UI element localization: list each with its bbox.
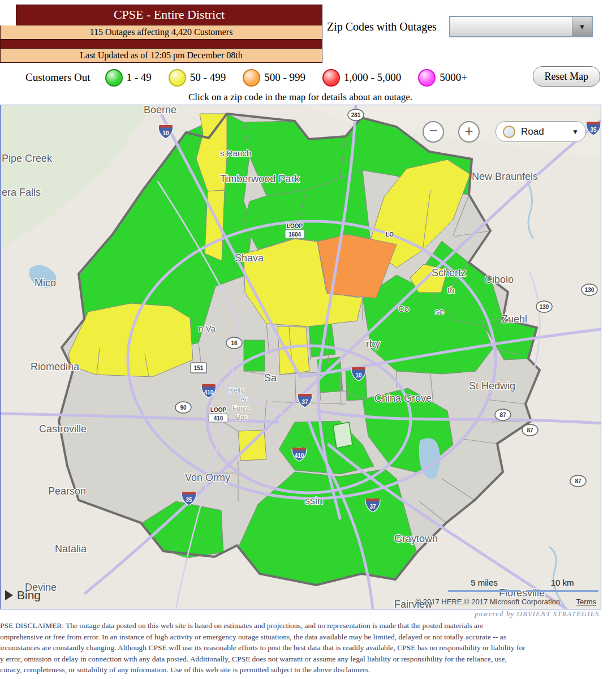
scale-miles: 5 miles <box>448 578 520 592</box>
town-label: Sa <box>264 372 277 384</box>
town-label: Ar <box>240 396 247 403</box>
powered-by: powered by OBVIENT STRATEGIES <box>0 610 600 618</box>
svg-text:1604: 1604 <box>288 231 301 238</box>
outage-map[interactable]: 2811035LOOP1604LO13013016151410103790LOO… <box>0 105 601 609</box>
svg-text:87: 87 <box>527 427 533 433</box>
svg-text:37: 37 <box>369 504 376 510</box>
last-updated: Last Updated as of 12:05 pm December 08t… <box>0 49 322 63</box>
svg-text:410: 410 <box>295 453 304 459</box>
svg-text:16: 16 <box>231 340 238 346</box>
svg-text:281: 281 <box>351 112 361 118</box>
legend-item: 1,000 - 5,000 <box>322 69 401 87</box>
legend-color-dot <box>105 69 123 87</box>
road-shield-icon: 16 <box>226 337 242 349</box>
legend-label: 1 - 49 <box>127 71 152 84</box>
svg-text:35: 35 <box>186 497 192 503</box>
svg-text:410: 410 <box>214 415 223 422</box>
svg-text:87: 87 <box>575 478 581 484</box>
legend-item: 50 - 499 <box>169 69 226 87</box>
svg-text:LOOP: LOOP <box>210 407 227 413</box>
disclaimer: PSE DISCLAIMER: The outage data posted o… <box>0 620 616 676</box>
disclaimer-line: PSE DISCLAIMER: The outage data posted o… <box>0 620 616 631</box>
town-label: Pearson <box>48 485 86 497</box>
town-label: Zuehl <box>502 313 527 325</box>
map-style-label: Road <box>521 126 572 137</box>
map-scale: 5 miles 10 km <box>448 578 598 592</box>
svg-text:130: 130 <box>540 304 549 310</box>
zoom-out-button[interactable]: − <box>423 121 444 143</box>
road-shield-icon: 87 <box>522 424 538 436</box>
town-label: Force <box>232 405 250 412</box>
svg-text:LO: LO <box>386 231 394 238</box>
header: CPSE - Entire District 115 Outages affec… <box>0 5 322 63</box>
svg-text:LOOP: LOOP <box>287 223 303 229</box>
disclaimer-line: ircumstances are constantly changing. Al… <box>0 642 616 654</box>
legend-label: 500 - 999 <box>264 71 305 84</box>
town-label: Timberwood Park <box>220 173 300 184</box>
zip-codes-dropdown[interactable]: ▼ <box>449 16 593 37</box>
road-shield-icon: LOOP410 <box>209 407 228 422</box>
svg-text:151: 151 <box>194 365 204 371</box>
zip-selector-area: Zip Codes with Outages ▼ <box>327 16 593 37</box>
terms-link[interactable]: Terms <box>576 598 596 606</box>
legend-item: 1 - 49 <box>105 69 152 87</box>
legend-item: 5000+ <box>418 69 467 87</box>
town-label: Castroville <box>39 423 87 435</box>
town-label: Cibolo <box>485 274 514 285</box>
legend-color-dot <box>322 69 340 87</box>
town-label: Riomedina <box>31 361 80 372</box>
town-label: Shava <box>235 252 264 264</box>
divider-strip <box>0 40 322 49</box>
svg-text:130: 130 <box>585 287 595 293</box>
town-label: se <box>435 307 444 316</box>
town-label: n Va <box>199 324 216 333</box>
legend-color-dot <box>169 69 186 87</box>
town-label: Mico <box>35 277 56 289</box>
town-label: China Grove <box>374 393 432 404</box>
map-instruction: Click on a zip code in the map for detai… <box>0 92 601 103</box>
interstate-shield-icon: 10 <box>158 125 173 139</box>
town-label: Boerne <box>144 105 176 115</box>
bing-logo-text: Bing <box>17 588 41 602</box>
road-shield-icon: 90 <box>175 402 191 413</box>
disclaimer-line: y error, omission or delay in connection… <box>0 654 616 665</box>
dropdown-arrow-icon[interactable]: ▼ <box>572 17 592 36</box>
town-label: Von Ormy <box>185 472 230 483</box>
road-shield-icon: 87 <box>495 409 511 420</box>
legend-color-dot <box>243 69 260 87</box>
scale-km: 10 km <box>526 578 598 592</box>
map-svg: 2811035LOOP1604LO13013016151410103790LOO… <box>1 105 601 609</box>
page-title: CPSE - Entire District <box>16 5 322 25</box>
disclaimer-line: curacy, completeness, or suitability of … <box>0 664 616 676</box>
reset-map-button[interactable]: Reset Map <box>533 66 600 87</box>
bing-logo-icon <box>5 590 13 600</box>
road-shield-icon: 130 <box>536 301 552 312</box>
chevron-down-icon: ▼ <box>572 128 579 136</box>
legend-items: 1 - 4950 - 499500 - 9991,000 - 5,0005000… <box>105 69 485 87</box>
zoom-in-button[interactable]: + <box>458 121 480 143</box>
svg-text:37: 37 <box>301 399 308 405</box>
road-shield-icon: 281 <box>348 109 364 121</box>
svg-text:35: 35 <box>590 127 597 133</box>
zip-region[interactable] <box>333 422 352 448</box>
legend-item: 500 - 999 <box>243 69 305 87</box>
legend-title: Customers Out <box>25 71 91 84</box>
road-shield-icon: 87 <box>570 475 586 487</box>
town-label: Pipe Creek <box>2 153 53 164</box>
town-label: New Braunfels <box>472 171 538 182</box>
legend-label: 5000+ <box>440 71 467 84</box>
town-label: Bas <box>236 414 248 422</box>
bing-logo[interactable]: Bing <box>5 588 41 602</box>
map-style-dropdown[interactable]: Road ▼ <box>496 121 586 142</box>
svg-text:87: 87 <box>499 412 506 418</box>
map-style-icon <box>503 126 515 138</box>
disclaimer-line: omprehensive or free from error. In an i… <box>0 631 616 643</box>
legend-label: 50 - 499 <box>190 71 226 84</box>
town-label: Graytown <box>394 533 438 544</box>
town-label: ssin <box>305 495 323 506</box>
svg-text:410: 410 <box>204 389 214 396</box>
town-label: rby <box>366 338 380 350</box>
town-label: St Hedwig <box>469 380 515 392</box>
legend-label: 1,000 - 5,000 <box>344 71 401 84</box>
map-attribution: © 2017 HERE,© 2017 Microsoft Corporation <box>416 598 560 606</box>
